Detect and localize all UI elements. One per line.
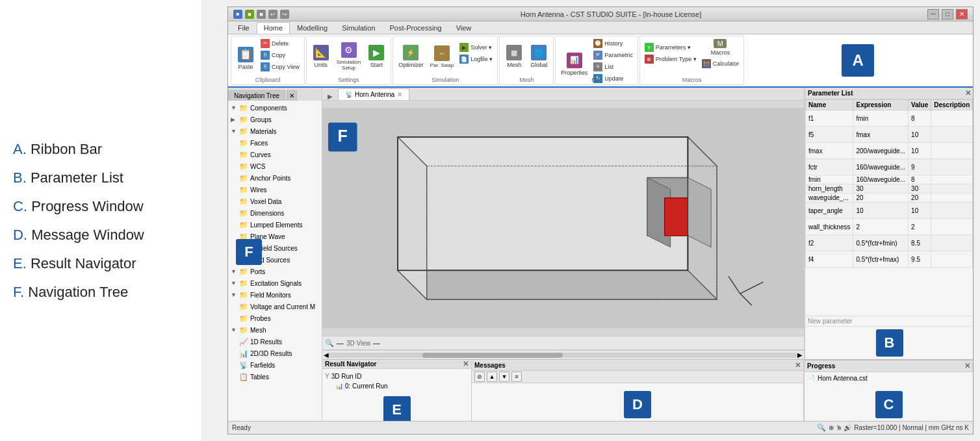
global-button[interactable]: 🌐 Global [527,38,550,75]
minimize-button[interactable]: ─ [927,9,939,19]
start-button[interactable]: ▶ Start [365,38,388,75]
folder-icon-wires: 📁 [239,186,248,194]
scroll-left-btn[interactable]: ◀ [324,351,329,359]
tab-modelling[interactable]: Modelling [290,22,335,34]
tab-simulation[interactable]: Simulation [335,22,382,34]
tab-file[interactable]: File [231,22,257,34]
label-f-badge: F [236,239,262,265]
table-row[interactable]: waveguide_...2020Undef... ▾ [806,194,974,203]
tab-view[interactable]: View [449,22,479,34]
results-icon-tables: 📋 [239,373,248,381]
scrollbar-thumb[interactable] [422,353,563,358]
nav-item-curves[interactable]: 📁 Curves [228,149,322,160]
msg-btn-list[interactable]: ≡ [511,372,522,382]
macros-button[interactable]: M Macros [700,38,741,57]
close-button[interactable]: ✕ [956,9,968,19]
parameters-button[interactable]: Y Parameters ▾ [643,42,699,53]
scroll-right-btn[interactable]: ▶ [797,351,803,359]
units-button[interactable]: 📐 Units [309,38,333,75]
nav-item-field-monitors[interactable]: ▼ 📁 Field Monitors [228,289,322,301]
nav-item-wcs[interactable]: 📁 WCS [228,160,322,172]
nav-item-1d-results[interactable]: 📈 1D Results [228,336,322,347]
mesh-button[interactable]: ▦ Mesh [502,38,526,75]
app-icon-3[interactable]: ■ [257,10,266,19]
nav-item-mesh[interactable]: ▼ 📁 Mesh [228,324,322,336]
messages-close[interactable]: ✕ [795,361,801,370]
copy-button[interactable]: ⎘ Copy [259,49,302,60]
result-nav-item-3d[interactable]: Y 3D Run ID [325,372,469,381]
view-toolbar-btn-2[interactable]: — [337,339,344,347]
nav-item-materials[interactable]: ▼ 📁 Materials [228,125,322,137]
result-navigator-close[interactable]: ✕ [463,360,469,368]
folder-icon-mesh: 📁 [239,326,248,334]
table-row[interactable]: horn_length3030 [806,184,974,194]
table-row[interactable]: f5fmax10Undefined ▾ [806,127,974,143]
folder-icon-monitors: 📁 [239,291,248,299]
table-row[interactable]: f20.5*(fctr+fmin)8.5Undefined ▾ [806,235,974,251]
simulation-setup-button[interactable]: ⚙ SimulationSetup [334,38,363,75]
nav-item-anchor-points[interactable]: 📁 Anchor Points [228,172,322,184]
nav-item-tables[interactable]: 📋 Tables [228,371,322,383]
scrollbar-track[interactable] [329,353,797,358]
nav-item-excitation[interactable]: ▼ 📁 Excitation Signals [228,277,322,289]
nav-item-ports[interactable]: ▼ 📁 Ports [228,266,322,277]
delete-icon: ✂ [261,39,270,48]
par-swap-button[interactable]: ↔ Par. Swap [428,38,456,75]
app-icon-2[interactable]: ■ [245,10,254,19]
nav-item-components[interactable]: ▼ 📁 Components [228,102,322,114]
paste-button[interactable]: 📋 Paste [234,40,257,77]
history-button[interactable]: 🕐 History [591,38,635,49]
svg-text:F: F [338,127,348,145]
nav-item-voxel[interactable]: 📁 Voxel Data [228,195,322,207]
view-toolbar-btn-3[interactable]: — [373,339,380,347]
table-row[interactable]: f40.5*(fctr+fmax)9.5Undefined ▾ [806,251,974,268]
table-row[interactable]: fmax200/waveguide...10Undefined ▾ [806,143,974,159]
tab-post-processing[interactable]: Post-Processing [383,22,449,34]
msg-btn-circle[interactable]: ⊘ [474,372,485,382]
app-icon-4[interactable]: ↩ [268,10,277,19]
app-icon-5[interactable]: ↪ [280,10,289,19]
new-param-link[interactable]: New parameter [805,316,973,326]
parametric-button[interactable]: P Parametric [591,49,635,60]
nav-item-lumped[interactable]: 📁 Lumped Elements [228,219,322,231]
nav-item-wires[interactable]: 📁 Wires [228,184,322,195]
delete-button[interactable]: ✂ Delete [259,38,302,49]
list-button[interactable]: ≡ List [591,61,635,72]
nav-item-dimensions[interactable]: 📁 Dimensions [228,207,322,219]
maximize-button[interactable]: □ [942,9,953,19]
table-row[interactable]: wall_thickness22Undefined ▾ [806,219,974,235]
nav-item-voltage[interactable]: 📁 Voltage and Current M [228,301,322,312]
table-row[interactable]: fmin160/waveguide...8Und... ▾ [806,175,974,184]
viewport-tab-horn[interactable]: 📡 Horn Antenna ✕ [338,88,409,100]
table-row[interactable]: f1fmin8Undefined ▾ [806,110,974,127]
nav-item-faces[interactable]: 📁 Faces [228,137,322,149]
folder-icon-probes: 📁 [239,314,248,323]
msg-btn-down[interactable]: ▼ [499,372,509,382]
progress-close[interactable]: ✕ [964,362,970,370]
nav-item-2d3d-results[interactable]: 📊 2D/3D Results [228,347,322,359]
solver-button[interactable]: ▶ Solver ▾ [458,42,495,53]
problem-type-button[interactable]: ⊕ Problem Type ▾ [643,54,699,65]
nav-item-farfields[interactable]: 📡 Farfields [228,359,322,371]
nav-item-probes[interactable]: 📁 Probes [228,312,322,324]
copy-view-button[interactable]: ⎘ Copy View [259,61,302,72]
view-toolbar-btn-1[interactable]: 🔍 [325,339,334,347]
param-list-close[interactable]: ✕ [965,89,971,97]
solver-icon: ▶ [459,43,469,52]
nav-tab-close[interactable]: ✕ [287,90,297,101]
nav-item-groups[interactable]: ▶ 📁 Groups [228,114,322,125]
logfile-button[interactable]: 📄 Logfile ▾ [458,54,495,65]
app-icon-1[interactable]: ■ [233,10,242,19]
tab-home[interactable]: Home [257,22,290,34]
table-row[interactable]: fctr160/waveguide...9Undefined ▾ [806,159,974,175]
nav-tab-navigation-tree[interactable]: Navigation Tree [228,90,285,101]
msg-btn-up[interactable]: ▲ [487,372,497,382]
folder-icon-curves: 📁 [239,151,248,159]
calculator-button[interactable]: 🧮 Calculator [700,58,741,69]
viewport-3d[interactable]: F [322,101,804,336]
status-ready: Ready [232,424,251,431]
h-scrollbar[interactable]: ◀ ▶ [322,350,804,359]
optimizer-button[interactable]: ⚡ Optimizer [396,38,426,75]
result-nav-item-current[interactable]: 📊 0: Current Run [325,381,469,391]
table-row[interactable]: taper_angle1010Undefined ▾ [806,203,974,219]
